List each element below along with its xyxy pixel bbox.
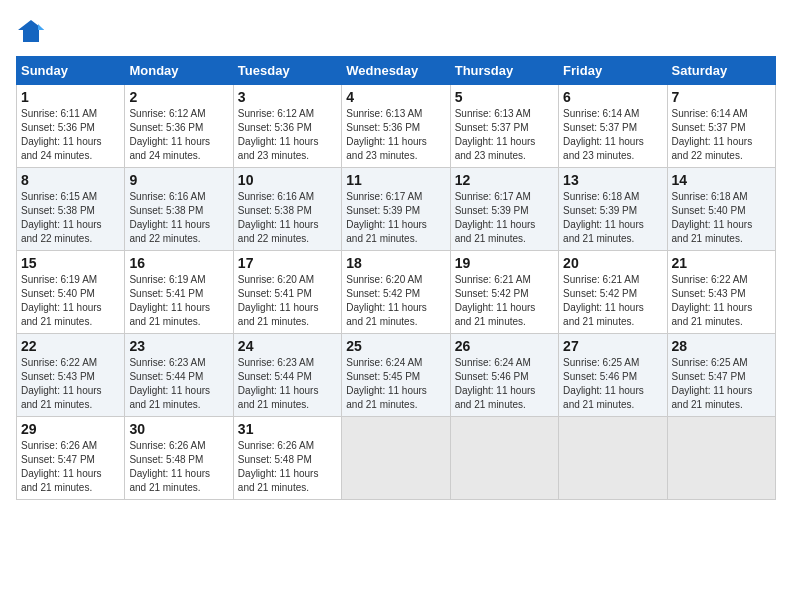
- day-number: 25: [346, 338, 445, 354]
- day-number: 18: [346, 255, 445, 271]
- day-info: Sunrise: 6:12 AM Sunset: 5:36 PM Dayligh…: [238, 107, 337, 163]
- calendar-cell: 9Sunrise: 6:16 AM Sunset: 5:38 PM Daylig…: [125, 168, 233, 251]
- day-number: 27: [563, 338, 662, 354]
- day-number: 2: [129, 89, 228, 105]
- day-info: Sunrise: 6:18 AM Sunset: 5:39 PM Dayligh…: [563, 190, 662, 246]
- day-info: Sunrise: 6:21 AM Sunset: 5:42 PM Dayligh…: [563, 273, 662, 329]
- day-info: Sunrise: 6:13 AM Sunset: 5:37 PM Dayligh…: [455, 107, 554, 163]
- day-info: Sunrise: 6:20 AM Sunset: 5:42 PM Dayligh…: [346, 273, 445, 329]
- day-number: 21: [672, 255, 771, 271]
- calendar-cell: 21Sunrise: 6:22 AM Sunset: 5:43 PM Dayli…: [667, 251, 775, 334]
- calendar-cell: 4Sunrise: 6:13 AM Sunset: 5:36 PM Daylig…: [342, 85, 450, 168]
- day-number: 10: [238, 172, 337, 188]
- header-wednesday: Wednesday: [342, 57, 450, 85]
- calendar-cell: [342, 417, 450, 500]
- day-info: Sunrise: 6:16 AM Sunset: 5:38 PM Dayligh…: [129, 190, 228, 246]
- day-info: Sunrise: 6:23 AM Sunset: 5:44 PM Dayligh…: [129, 356, 228, 412]
- day-info: Sunrise: 6:22 AM Sunset: 5:43 PM Dayligh…: [21, 356, 120, 412]
- day-number: 22: [21, 338, 120, 354]
- calendar-cell: 24Sunrise: 6:23 AM Sunset: 5:44 PM Dayli…: [233, 334, 341, 417]
- day-number: 13: [563, 172, 662, 188]
- calendar-cell: 16Sunrise: 6:19 AM Sunset: 5:41 PM Dayli…: [125, 251, 233, 334]
- logo-icon: [16, 16, 46, 46]
- day-number: 7: [672, 89, 771, 105]
- day-info: Sunrise: 6:21 AM Sunset: 5:42 PM Dayligh…: [455, 273, 554, 329]
- calendar-week-2: 8Sunrise: 6:15 AM Sunset: 5:38 PM Daylig…: [17, 168, 776, 251]
- day-number: 4: [346, 89, 445, 105]
- calendar-week-3: 15Sunrise: 6:19 AM Sunset: 5:40 PM Dayli…: [17, 251, 776, 334]
- day-number: 20: [563, 255, 662, 271]
- day-number: 11: [346, 172, 445, 188]
- calendar-cell: [667, 417, 775, 500]
- day-number: 26: [455, 338, 554, 354]
- day-number: 12: [455, 172, 554, 188]
- calendar-week-4: 22Sunrise: 6:22 AM Sunset: 5:43 PM Dayli…: [17, 334, 776, 417]
- header-thursday: Thursday: [450, 57, 558, 85]
- calendar-cell: 12Sunrise: 6:17 AM Sunset: 5:39 PM Dayli…: [450, 168, 558, 251]
- day-number: 14: [672, 172, 771, 188]
- day-info: Sunrise: 6:17 AM Sunset: 5:39 PM Dayligh…: [346, 190, 445, 246]
- day-number: 6: [563, 89, 662, 105]
- day-info: Sunrise: 6:13 AM Sunset: 5:36 PM Dayligh…: [346, 107, 445, 163]
- day-number: 3: [238, 89, 337, 105]
- calendar-cell: 1Sunrise: 6:11 AM Sunset: 5:36 PM Daylig…: [17, 85, 125, 168]
- calendar-cell: 5Sunrise: 6:13 AM Sunset: 5:37 PM Daylig…: [450, 85, 558, 168]
- day-info: Sunrise: 6:22 AM Sunset: 5:43 PM Dayligh…: [672, 273, 771, 329]
- header-sunday: Sunday: [17, 57, 125, 85]
- day-info: Sunrise: 6:23 AM Sunset: 5:44 PM Dayligh…: [238, 356, 337, 412]
- calendar-week-5: 29Sunrise: 6:26 AM Sunset: 5:47 PM Dayli…: [17, 417, 776, 500]
- calendar-cell: 17Sunrise: 6:20 AM Sunset: 5:41 PM Dayli…: [233, 251, 341, 334]
- day-info: Sunrise: 6:19 AM Sunset: 5:40 PM Dayligh…: [21, 273, 120, 329]
- calendar-cell: 25Sunrise: 6:24 AM Sunset: 5:45 PM Dayli…: [342, 334, 450, 417]
- calendar-cell: 18Sunrise: 6:20 AM Sunset: 5:42 PM Dayli…: [342, 251, 450, 334]
- calendar-cell: 28Sunrise: 6:25 AM Sunset: 5:47 PM Dayli…: [667, 334, 775, 417]
- logo: [16, 16, 50, 46]
- calendar-cell: 2Sunrise: 6:12 AM Sunset: 5:36 PM Daylig…: [125, 85, 233, 168]
- header-friday: Friday: [559, 57, 667, 85]
- calendar-cell: 27Sunrise: 6:25 AM Sunset: 5:46 PM Dayli…: [559, 334, 667, 417]
- calendar-cell: 7Sunrise: 6:14 AM Sunset: 5:37 PM Daylig…: [667, 85, 775, 168]
- day-info: Sunrise: 6:25 AM Sunset: 5:47 PM Dayligh…: [672, 356, 771, 412]
- page-header: [16, 16, 776, 46]
- day-info: Sunrise: 6:26 AM Sunset: 5:48 PM Dayligh…: [238, 439, 337, 495]
- calendar-cell: 19Sunrise: 6:21 AM Sunset: 5:42 PM Dayli…: [450, 251, 558, 334]
- calendar-cell: 31Sunrise: 6:26 AM Sunset: 5:48 PM Dayli…: [233, 417, 341, 500]
- calendar-cell: 3Sunrise: 6:12 AM Sunset: 5:36 PM Daylig…: [233, 85, 341, 168]
- calendar-cell: 22Sunrise: 6:22 AM Sunset: 5:43 PM Dayli…: [17, 334, 125, 417]
- day-number: 30: [129, 421, 228, 437]
- day-number: 29: [21, 421, 120, 437]
- day-info: Sunrise: 6:12 AM Sunset: 5:36 PM Dayligh…: [129, 107, 228, 163]
- calendar-cell: 23Sunrise: 6:23 AM Sunset: 5:44 PM Dayli…: [125, 334, 233, 417]
- day-info: Sunrise: 6:25 AM Sunset: 5:46 PM Dayligh…: [563, 356, 662, 412]
- day-info: Sunrise: 6:18 AM Sunset: 5:40 PM Dayligh…: [672, 190, 771, 246]
- calendar-cell: 26Sunrise: 6:24 AM Sunset: 5:46 PM Dayli…: [450, 334, 558, 417]
- day-number: 16: [129, 255, 228, 271]
- calendar-cell: 6Sunrise: 6:14 AM Sunset: 5:37 PM Daylig…: [559, 85, 667, 168]
- calendar-table: SundayMondayTuesdayWednesdayThursdayFrid…: [16, 56, 776, 500]
- calendar-cell: 15Sunrise: 6:19 AM Sunset: 5:40 PM Dayli…: [17, 251, 125, 334]
- day-number: 19: [455, 255, 554, 271]
- calendar-cell: [450, 417, 558, 500]
- header-saturday: Saturday: [667, 57, 775, 85]
- calendar-cell: 29Sunrise: 6:26 AM Sunset: 5:47 PM Dayli…: [17, 417, 125, 500]
- calendar-cell: 8Sunrise: 6:15 AM Sunset: 5:38 PM Daylig…: [17, 168, 125, 251]
- calendar-cell: 20Sunrise: 6:21 AM Sunset: 5:42 PM Dayli…: [559, 251, 667, 334]
- calendar-cell: 11Sunrise: 6:17 AM Sunset: 5:39 PM Dayli…: [342, 168, 450, 251]
- day-info: Sunrise: 6:17 AM Sunset: 5:39 PM Dayligh…: [455, 190, 554, 246]
- calendar-cell: 14Sunrise: 6:18 AM Sunset: 5:40 PM Dayli…: [667, 168, 775, 251]
- day-number: 1: [21, 89, 120, 105]
- day-number: 8: [21, 172, 120, 188]
- calendar-cell: 10Sunrise: 6:16 AM Sunset: 5:38 PM Dayli…: [233, 168, 341, 251]
- calendar-cell: 13Sunrise: 6:18 AM Sunset: 5:39 PM Dayli…: [559, 168, 667, 251]
- day-info: Sunrise: 6:19 AM Sunset: 5:41 PM Dayligh…: [129, 273, 228, 329]
- day-info: Sunrise: 6:14 AM Sunset: 5:37 PM Dayligh…: [672, 107, 771, 163]
- calendar-week-1: 1Sunrise: 6:11 AM Sunset: 5:36 PM Daylig…: [17, 85, 776, 168]
- day-number: 23: [129, 338, 228, 354]
- day-number: 15: [21, 255, 120, 271]
- day-number: 17: [238, 255, 337, 271]
- day-info: Sunrise: 6:11 AM Sunset: 5:36 PM Dayligh…: [21, 107, 120, 163]
- day-info: Sunrise: 6:20 AM Sunset: 5:41 PM Dayligh…: [238, 273, 337, 329]
- day-number: 28: [672, 338, 771, 354]
- header-monday: Monday: [125, 57, 233, 85]
- day-number: 31: [238, 421, 337, 437]
